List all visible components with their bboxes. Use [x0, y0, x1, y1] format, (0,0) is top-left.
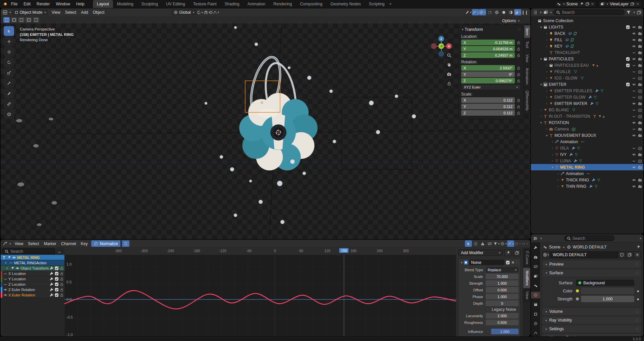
scene-selector[interactable]: ▾ Scene ✕ — [555, 1, 596, 7]
camera-view-button[interactable] — [445, 70, 453, 78]
properties-tab-view-layer[interactable] — [531, 273, 540, 279]
axis-z-handle[interactable]: Z — [438, 36, 444, 42]
drag-dots-icon[interactable]: ∷ — [518, 27, 521, 32]
menu-edit[interactable]: Edit — [20, 1, 34, 7]
select-mode-new[interactable] — [3, 17, 10, 23]
surface-node-select[interactable]: Background — [576, 280, 634, 286]
properties-tab-render[interactable] — [531, 254, 540, 260]
scale-x-field[interactable]: X0.112 — [461, 97, 515, 103]
outliner-row[interactable]: › BACK — [531, 30, 643, 37]
tool-transform[interactable] — [4, 78, 14, 88]
channel-fcurve[interactable]: Y Location — [1, 276, 64, 282]
filter-icon[interactable] — [626, 10, 631, 15]
channel-search[interactable]: Search — [2, 248, 55, 254]
modifier-field-depth[interactable]: 0 — [486, 300, 519, 306]
tool-scale[interactable] — [4, 68, 14, 77]
modifier-field-strength[interactable]: 1.000 — [486, 280, 519, 286]
collapse-icon[interactable]: ▾ — [462, 28, 464, 31]
expand-icon[interactable]: › — [550, 159, 555, 163]
graph-tab-modifiers[interactable]: Modifiers — [523, 268, 530, 288]
expand-icon[interactable]: › — [544, 102, 549, 105]
menu-render[interactable]: Render — [34, 1, 53, 7]
outliner-row[interactable]: › ▼ BG BLANC ▽ — [531, 107, 643, 113]
proportional-edit-icon[interactable]: ▾ — [500, 240, 507, 247]
channel-fcurve[interactable]: Z Location — [1, 282, 64, 287]
pan-button[interactable] — [445, 60, 453, 69]
graph-menu-marker[interactable]: Marker — [42, 241, 59, 247]
properties-tab-physics[interactable] — [531, 320, 540, 327]
panel-viewport-display[interactable]: ▸Viewport Display ∷ — [542, 334, 641, 336]
editor-type-icon[interactable] — [533, 10, 538, 15]
properties-tab-world[interactable] — [531, 292, 540, 298]
timeline-ruler[interactable]: -360-300-240-180-120-6006012018024030015… — [64, 248, 456, 255]
scale-y-field[interactable]: Y0.112 — [461, 104, 515, 109]
panel-settings[interactable]: ▸Settings ∷ — [542, 325, 641, 333]
select-mode-extend[interactable] — [11, 17, 17, 23]
mode-selector[interactable]: Object Mode ▾ — [12, 9, 48, 15]
outliner-row[interactable]: › ▽ LUNA ▽ — [531, 158, 643, 164]
channel-fcurve[interactable]: Z Euler Rotation — [1, 287, 64, 292]
normalize-toggle[interactable]: Normalize — [91, 240, 120, 247]
channel-fcurve[interactable]: X Location — [1, 271, 64, 276]
expand-icon[interactable]: › — [544, 45, 549, 48]
scale-z-field[interactable]: Z0.112 — [461, 110, 515, 116]
expand-icon[interactable]: › — [544, 89, 549, 93]
expand-icon[interactable]: › — [544, 127, 549, 131]
outliner-row[interactable]: › ▼ ICO - GLOW ▽ — [531, 75, 643, 81]
graph-tab-f-curve[interactable]: F-Curve — [523, 248, 530, 267]
expand-icon[interactable]: › — [544, 76, 549, 80]
properties-tab-object[interactable] — [531, 311, 540, 317]
zoom-button[interactable] — [445, 51, 453, 60]
graph-menu-select[interactable]: Select — [25, 241, 41, 247]
visibility-dropdown[interactable]: ▾ — [465, 9, 472, 15]
modifier-field-roughness[interactable]: 0.500 — [486, 320, 519, 325]
playhead-line[interactable] — [344, 255, 344, 336]
shading-material-icon[interactable] — [507, 9, 514, 15]
color-field[interactable] — [581, 288, 634, 294]
outliner-row[interactable]: ▾ METAL RING — [531, 164, 643, 170]
panel-preview[interactable]: ▸Preview ∷ — [542, 261, 641, 268]
graph-menu-view[interactable]: View — [12, 241, 26, 247]
location-y-field[interactable]: Y0.004526 m — [461, 46, 515, 52]
modifier-field-blend-type[interactable]: Replace▾ — [486, 267, 519, 273]
tool-rotate[interactable] — [4, 57, 14, 67]
modifier-field-scale[interactable]: 70.000 — [486, 274, 519, 279]
collapse-icon[interactable]: ▾ — [550, 166, 555, 169]
properties-search[interactable]: Search — [564, 235, 614, 241]
panel-volume[interactable]: ▸Volume ∷ — [542, 308, 641, 315]
overlays-dropdown[interactable]: ▾ — [479, 9, 486, 15]
shading-rendered-icon[interactable]: ▾ — [514, 9, 521, 15]
normalize-sync-icon[interactable] — [122, 240, 129, 247]
panel-ray-visibility[interactable]: ▸Ray Visibility ∷ — [542, 317, 641, 324]
rotation-mode-select[interactable]: XYZ Euler▾ — [461, 84, 521, 90]
axis-z-neg-handle[interactable] — [438, 51, 444, 57]
outliner-row[interactable]: › ▼ THICK RING ▽ — [531, 177, 643, 183]
channel-group[interactable]: ▾Object Transforms — [1, 266, 64, 271]
expand-icon[interactable]: › — [539, 108, 543, 112]
auto-snap-icon[interactable]: ▾ — [507, 240, 514, 247]
viewport-menu-object[interactable]: Object — [91, 9, 107, 15]
viewlayer-selector[interactable]: ▾ ViewLayer ✕ — [598, 1, 641, 7]
modifier-field-influence[interactable]: 1.000 — [491, 329, 519, 334]
axis-x-handle[interactable]: X — [446, 43, 452, 49]
outliner-row[interactable]: ▾ ROTATION — [531, 119, 643, 126]
outliner-row[interactable]: Scene Collection — [531, 17, 643, 24]
tool-select-box[interactable] — [4, 26, 14, 36]
delete-modifier-icon[interactable]: ✕ — [511, 260, 515, 265]
properties-tab-particles[interactable] — [531, 330, 540, 336]
properties-tab-output[interactable] — [531, 264, 540, 270]
workspace-tab-sculpting[interactable]: Sculpting — [138, 0, 162, 8]
panel-surface[interactable]: ▾ Surface ∷ — [542, 269, 641, 277]
normalize-view-icon[interactable] — [486, 240, 493, 247]
collapse-icon[interactable]: ▾ — [539, 57, 543, 61]
modifier-field-offset[interactable]: 0.000 — [486, 287, 519, 293]
select-mode-intersect[interactable] — [33, 17, 39, 23]
xray-toggle-icon[interactable] — [486, 9, 493, 15]
outliner-row[interactable]: › IN OUT - TRANSIITON ▼3 — [531, 113, 643, 119]
outliner-row[interactable]: ▾ LIGHTS — [531, 24, 643, 30]
properties-tab-tool[interactable] — [531, 244, 540, 251]
editor-type-icon[interactable] — [3, 241, 7, 246]
rotation-z-field[interactable]: Z0.096279° — [461, 78, 515, 83]
add-modifier-button[interactable]: Add Modifier ▾ — [458, 249, 503, 256]
menu-help[interactable]: Help — [73, 1, 88, 7]
